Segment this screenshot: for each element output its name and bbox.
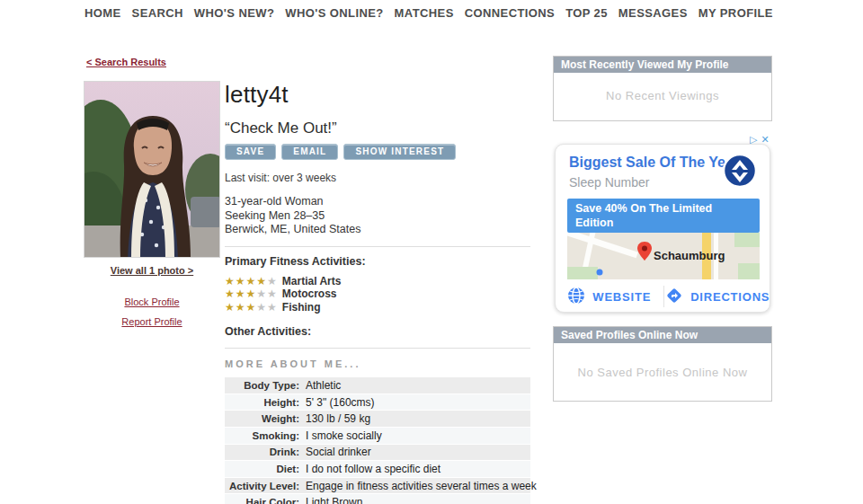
last-visit-text: Last visit: over 3 weeks xyxy=(225,172,530,184)
ad-banner[interactable]: Save 40% On The Limited Edition Smart Be… xyxy=(567,199,760,233)
more-about-row-activity-level: Activity Level:Engage in fitness activit… xyxy=(225,478,530,495)
nav-item-matches[interactable]: MATCHES xyxy=(395,6,454,20)
star-filled-icon: ★ xyxy=(246,276,256,287)
website-label: WEBSITE xyxy=(592,290,651,304)
more-about-value: I do not follow a specific diet xyxy=(306,463,440,475)
more-about-value: Light Brown xyxy=(306,496,362,504)
seeking-text: Seeking Men 28–35 xyxy=(225,209,530,224)
ad-cta-row: WEBSITE DIRECTIONS xyxy=(556,279,771,314)
age-gender-text: 31-year-old Woman xyxy=(225,195,530,209)
star-empty-icon: ★ xyxy=(267,302,277,313)
more-about-row-hair-color: Hair Color:Light Brown xyxy=(225,494,530,504)
save-button[interactable]: SAVE xyxy=(225,144,276,160)
more-about-label: Diet: xyxy=(225,464,306,474)
more-about-label: Hair Color: xyxy=(225,497,306,504)
location-text: Berwick, ME, United States xyxy=(225,223,530,237)
activity-row-fishing: ★★★★★Fishing xyxy=(225,301,530,314)
profile-summary: 31-year-old Woman Seeking Men 28–35 Berw… xyxy=(225,195,530,237)
website-button[interactable]: WEBSITE xyxy=(556,287,663,307)
recently-viewed-empty-text: No Recent Viewings xyxy=(554,89,771,102)
directions-icon xyxy=(665,287,683,307)
divider xyxy=(225,348,530,349)
star-filled-icon: ★ xyxy=(256,276,266,287)
activity-list: ★★★★★Martial Arts★★★★★Motocross★★★★★Fish… xyxy=(225,275,530,314)
star-filled-icon: ★ xyxy=(225,302,235,313)
more-about-row-diet: Diet:I do not follow a specific diet xyxy=(225,461,530,478)
nav-item-my-profile[interactable]: MY PROFILE xyxy=(698,6,773,20)
back-to-search-results-link[interactable]: < Search Results xyxy=(86,57,166,67)
saved-profiles-empty-text: No Saved Profiles Online Now xyxy=(554,366,771,379)
more-about-row-drink: Drink:Social drinker xyxy=(225,445,530,462)
more-about-value: 130 lb / 59 kg xyxy=(306,412,370,425)
saved-profiles-header: Saved Profiles Online Now xyxy=(554,327,771,343)
ad-advertiser-name: Sleep Number xyxy=(569,175,650,190)
recently-viewed-header: Most Recently Viewed My Profile xyxy=(554,57,771,73)
activity-row-motocross: ★★★★★Motocross xyxy=(225,287,530,301)
more-about-label: Height: xyxy=(225,397,306,408)
report-profile-link[interactable]: Report Profile xyxy=(84,316,220,327)
star-filled-icon: ★ xyxy=(225,288,235,299)
more-about-value: 5' 3" (160cms) xyxy=(306,396,375,409)
map-location-label: Schaumburg xyxy=(654,249,725,262)
nav-item-search[interactable]: SEARCH xyxy=(132,6,183,20)
profile-main: letty4t “Check Me Out!” SAVE EMAIL SHOW … xyxy=(225,81,530,504)
profile-photo-image xyxy=(85,82,220,258)
activity-row-martial-arts: ★★★★★Martial Arts xyxy=(225,275,530,288)
other-activities-heading: Other Activities: xyxy=(225,325,530,338)
more-about-label: Drink: xyxy=(225,447,306,457)
star-filled-icon: ★ xyxy=(246,302,256,313)
primary-activities-heading: Primary Fitness Activities: xyxy=(225,255,530,268)
more-about-value: Social drinker xyxy=(306,446,371,458)
view-all-photos-link[interactable]: View all 1 photo > xyxy=(84,265,220,276)
nav-item-home[interactable]: HOME xyxy=(85,6,121,20)
activity-name: Martial Arts xyxy=(282,275,342,287)
ad-map[interactable]: Schaumburg xyxy=(567,233,760,279)
nav-item-messages[interactable]: MESSAGES xyxy=(618,6,688,20)
more-about-row-height: Height:5' 3" (160cms) xyxy=(225,394,530,411)
directions-button[interactable]: DIRECTIONS xyxy=(664,287,772,307)
more-about-value: I smoke socially xyxy=(306,429,382,442)
profile-actions: SAVE EMAIL SHOW INTEREST xyxy=(225,144,530,160)
star-filled-icon: ★ xyxy=(236,302,245,313)
directions-label: DIRECTIONS xyxy=(690,290,770,304)
top-nav: HOMESEARCHWHO'S NEW?WHO'S ONLINE?MATCHES… xyxy=(85,6,773,20)
star-filled-icon: ★ xyxy=(236,288,245,299)
more-about-label: Activity Level: xyxy=(225,481,306,491)
show-interest-button[interactable]: SHOW INTEREST xyxy=(343,144,456,160)
star-empty-icon: ★ xyxy=(256,288,266,299)
profile-page: HOMESEARCHWHO'S NEW?WHO'S ONLINE?MATCHES… xyxy=(0,0,863,504)
nav-item-who-s-new[interactable]: WHO'S NEW? xyxy=(194,6,274,20)
more-about-table: Body Type:AthleticHeight:5' 3" (160cms)W… xyxy=(225,377,530,504)
star-filled-icon: ★ xyxy=(225,276,235,287)
recently-viewed-box: Most Recently Viewed My Profile No Recen… xyxy=(553,56,772,121)
nav-item-connections[interactable]: CONNECTIONS xyxy=(465,6,555,20)
email-button[interactable]: EMAIL xyxy=(281,144,338,160)
star-filled-icon: ★ xyxy=(236,276,245,287)
more-about-me-heading: MORE ABOUT ME... xyxy=(225,358,530,369)
more-about-label: Weight: xyxy=(225,413,306,424)
profile-username: letty4t xyxy=(225,81,530,109)
sleep-number-ad[interactable]: Biggest Sale Of The Year Sleep Number Sa… xyxy=(555,144,770,313)
more-about-row-smoking: Smoking:I smoke socially xyxy=(225,428,530,445)
more-about-label: Body Type: xyxy=(225,380,306,391)
nav-item-top-25[interactable]: TOP 25 xyxy=(565,6,608,20)
profile-photo[interactable] xyxy=(84,81,220,258)
block-profile-link[interactable]: Block Profile xyxy=(84,296,220,307)
ad-banner-line1: Save 40% On The Limited Edition xyxy=(575,201,752,230)
activity-name: Motocross xyxy=(282,287,337,300)
saved-profiles-box: Saved Profiles Online Now No Saved Profi… xyxy=(553,326,772,402)
nav-item-who-s-online[interactable]: WHO'S ONLINE? xyxy=(285,6,383,20)
ad-headline[interactable]: Biggest Sale Of The Year xyxy=(569,155,739,171)
divider xyxy=(225,246,530,247)
globe-icon xyxy=(567,287,585,307)
activity-name: Fishing xyxy=(282,301,321,314)
star-filled-icon: ★ xyxy=(246,288,256,299)
star-empty-icon: ★ xyxy=(256,302,266,313)
sleep-number-logo-icon xyxy=(723,154,757,188)
more-about-value: Engage in fitness activities several tim… xyxy=(306,480,537,492)
more-about-row-weight: Weight:130 lb / 59 kg xyxy=(225,411,530,428)
more-about-label: Smoking: xyxy=(225,430,306,441)
more-about-row-body-type: Body Type:Athletic xyxy=(225,377,530,394)
more-about-value: Athletic xyxy=(306,379,341,392)
profile-tagline: “Check Me Out!” xyxy=(225,119,530,137)
